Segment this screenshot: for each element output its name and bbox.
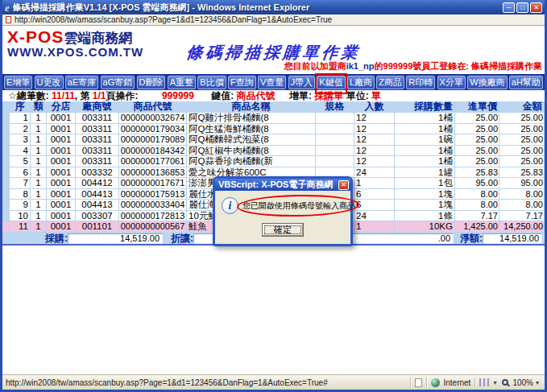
table-cell: 10KG [395, 221, 455, 233]
toolbar-button[interactable]: B比價 [197, 76, 226, 89]
toolbar-button[interactable]: F查詢 [228, 76, 256, 89]
toolbar-button[interactable]: V查量 [258, 76, 286, 89]
table-cell: 阿Q蒜香珍肉桶麵(新 [187, 156, 316, 167]
address-bar: http://win2008/tw/amass/scanbuy.asp?Page… [2, 14, 545, 26]
toolbar-button[interactable]: aE寄庫 [65, 76, 98, 89]
window-controls: ─ □ ✕ [503, 2, 542, 13]
protected-mode-icon[interactable] [479, 378, 489, 386]
row-selector[interactable] [2, 189, 10, 200]
table-cell: 1 [354, 178, 395, 189]
zoom-level[interactable]: 100% [512, 378, 533, 387]
row-selector[interactable] [2, 178, 10, 189]
dialog-button-row: 確定 [215, 216, 350, 244]
login-prefix: 您目前以加盟商 [284, 61, 346, 71]
row-selector[interactable] [2, 156, 10, 167]
table-cell: 12 [354, 134, 395, 146]
table-row[interactable]: 1100010033110000000032674阿Q雞汁排骨桶麵(8121桶2… [2, 113, 545, 124]
table-cell: 0001 [47, 189, 76, 200]
toolbar-button[interactable]: X分單 [437, 76, 466, 89]
ok-button[interactable]: 確定 [262, 223, 304, 237]
table-row[interactable]: 4100010033110000000184342阿Q紅椒牛肉桶麵(8121桶2… [2, 146, 545, 157]
column-header: 採購數量 [395, 101, 455, 113]
toolbar-button[interactable]: E增筆 [4, 76, 32, 89]
table-cell: 25.00 [455, 124, 499, 135]
table-cell: 003311 [76, 134, 119, 146]
login-mid: 的 [375, 61, 383, 71]
info-icon: i [222, 197, 238, 214]
close-button[interactable]: ✕ [530, 2, 542, 13]
toolbar-button[interactable]: aG寄銷 [101, 76, 135, 89]
protected-mode-dropdown-icon[interactable]: ▾ [493, 379, 496, 386]
login-employee-id: 999999 [383, 61, 413, 71]
toolbar-button[interactable]: D刪除 [137, 76, 166, 89]
toolbar-button[interactable]: aH幫助 [509, 76, 543, 89]
table-cell: 0000000177061 [119, 156, 187, 167]
dialog-message: 您已開啟使用條碼母號輸入商品 [242, 200, 355, 212]
table-cell: 004412 [76, 178, 119, 189]
table-cell: 1桶 [395, 124, 455, 135]
zoom-icon[interactable] [502, 379, 508, 386]
total-label: ☆總筆數: [8, 90, 49, 101]
table-cell: 0001 [47, 221, 76, 233]
table-cell: 1包 [395, 178, 455, 189]
operator-id: 999999 [162, 90, 194, 101]
page-label: , 第 [75, 90, 90, 101]
table-cell: 1,425.00 [455, 221, 499, 233]
net-total-field[interactable]: 14,519.00 [483, 233, 542, 244]
toolbar-button[interactable]: U更改 [35, 76, 64, 89]
table-cell: 1碗 [395, 134, 455, 146]
row-selector[interactable] [2, 134, 10, 146]
row-selector[interactable] [2, 200, 10, 211]
table-cell: 1塊 [395, 189, 455, 200]
table-row[interactable]: 2100010033110000000179034阿Q生猛海鮮桶麵(8121桶2… [2, 124, 545, 135]
table-cell: 8.00 [455, 189, 499, 200]
table-cell: 0000000179034 [119, 124, 187, 135]
row-selector[interactable] [2, 124, 10, 135]
table-row[interactable]: 3100010033110000000179089阿Q桶麵韓式泡菜(8121碗2… [2, 134, 545, 146]
toolbar-button[interactable]: Z商品 [376, 76, 404, 89]
row-selector[interactable] [2, 113, 10, 124]
zoom-dropdown-icon[interactable]: ▾ [536, 379, 539, 386]
toolbar-button[interactable]: W換廠商 [467, 76, 507, 89]
table-cell: 6 [10, 167, 31, 179]
column-header: 類 [31, 101, 47, 113]
unit-value: 單 [371, 90, 381, 101]
table-row[interactable]: 5100010033110000000177061阿Q蒜香珍肉桶麵(新121桶2… [2, 156, 545, 167]
maximize-button[interactable]: □ [516, 2, 528, 13]
table-cell: 25.00 [499, 113, 545, 124]
purchase-total-field[interactable]: 14,519.00 [68, 233, 163, 244]
browser-window: e 條碼掃描採購作業V1.14 [X-POS 雲端商務網] - Windows … [0, 0, 547, 392]
table-cell: 阿Q雞汁排骨桶麵(8 [187, 113, 316, 124]
table-cell: 1桶 [395, 113, 455, 124]
table-cell: 25.00 [499, 146, 545, 157]
toolbar-button[interactable]: J帶入 [288, 76, 316, 89]
table-cell: 1 [31, 167, 47, 179]
minimize-button[interactable]: ─ [503, 2, 515, 13]
titlebar: e 條碼掃描採購作業V1.14 [X-POS 雲端商務網] - Windows … [2, 0, 545, 14]
toolbar-button[interactable]: L廠商 [347, 76, 375, 89]
toolbar-button[interactable]: A重整 [168, 76, 196, 89]
table-cell: 003311 [76, 124, 119, 135]
table-cell: 0000000175913 [119, 189, 187, 200]
row-selector[interactable] [2, 146, 10, 157]
table-cell: 1 [31, 134, 47, 146]
discount-label: 折讓: [171, 232, 193, 246]
row-selector[interactable] [2, 211, 10, 222]
dialog-close-icon[interactable]: ✕ [338, 180, 349, 190]
login-member-id: ik1_np [346, 61, 375, 71]
toolbar-button[interactable]: K鍵值 [317, 76, 345, 89]
ie-icon: e [5, 2, 10, 13]
table-cell: 003311 [76, 146, 119, 157]
table-cell: 5 [10, 156, 31, 167]
row-selector[interactable] [2, 221, 10, 233]
table-cell: 95.00 [455, 178, 499, 189]
security-zone-label: Internet [443, 378, 470, 387]
table-cell: 0001 [47, 167, 76, 179]
table-cell: 0001 [47, 134, 76, 146]
address-url[interactable]: http://win2008/tw/amass/scanbuy.asp?Page… [15, 15, 332, 24]
toolbar-button[interactable]: R印轉 [406, 76, 435, 89]
table-cell: 14,250.00 [499, 221, 545, 233]
table-cell: 1 [31, 146, 47, 157]
dialog-body: i 您已開啟使用條碼母號輸入商品 [215, 191, 350, 216]
row-selector[interactable] [2, 167, 10, 179]
